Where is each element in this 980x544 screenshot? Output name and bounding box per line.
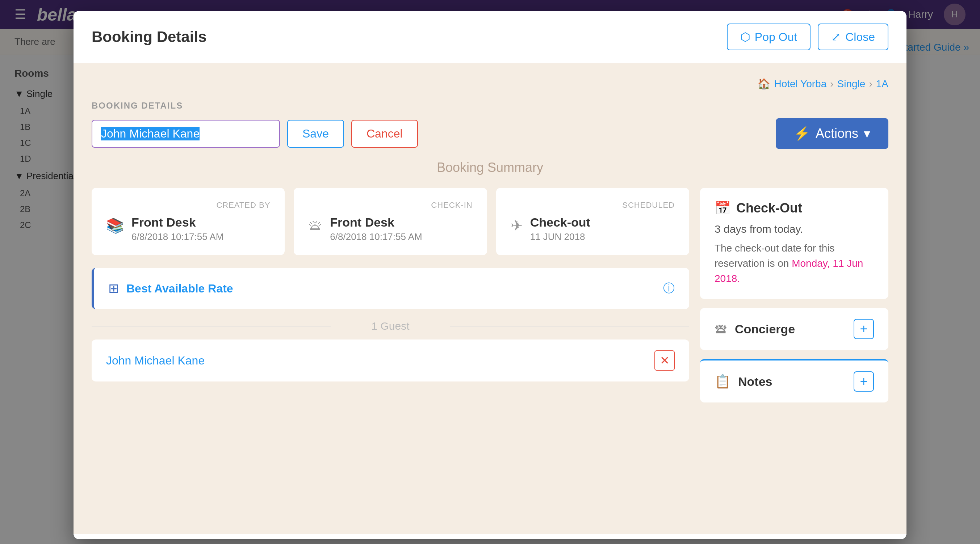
notes-icon: 📋 [714, 374, 731, 389]
modal-title: Booking Details [92, 28, 207, 46]
guest-divider: 1 Guest [92, 320, 689, 332]
checkout-card-title: 📅 Check-Out [714, 200, 874, 216]
check-in-date: 6/8/2018 10:17:55 AM [330, 231, 422, 243]
add-concierge-button[interactable]: + [854, 319, 874, 339]
pop-out-icon: ⬡ [740, 30, 750, 44]
booking-details-modal: Booking Details ⬡ Pop Out ⤢ Close 🏠 Hote… [73, 11, 907, 539]
created-by-title: Front Desk [132, 215, 223, 230]
actions-chevron-icon: ▾ [864, 126, 870, 141]
checkout-desc: The check-out date for this reservation … [714, 241, 874, 286]
notes-label: Notes [738, 374, 772, 389]
check-in-title: Front Desk [330, 215, 422, 230]
info-icon[interactable]: ⓘ [663, 281, 675, 297]
created-by-card: CREATED BY 📚 Front Desk 6/8/2018 10:17:5… [92, 188, 285, 255]
scheduled-card: SCHEDULED ✈ Check-out 11 JUN 2018 [496, 188, 689, 255]
notes-card: 📋 Notes + [700, 359, 888, 403]
modal-header-buttons: ⬡ Pop Out ⤢ Close [727, 24, 888, 50]
concierge-card: 🛎 Concierge + [700, 308, 888, 350]
rate-card[interactable]: ⊞ Best Available Rate ⓘ [92, 268, 689, 309]
check-in-icon: 🛎 [308, 217, 323, 233]
pop-out-button[interactable]: ⬡ Pop Out [727, 24, 810, 50]
flight-icon: ✈ [511, 217, 523, 234]
guest-name-input[interactable] [92, 120, 280, 147]
booking-form-row: Save Cancel ⚡ Actions ▾ [92, 118, 888, 149]
created-by-date: 6/8/2018 10:17:55 AM [132, 231, 223, 243]
remove-guest-button[interactable]: ✕ [654, 351, 675, 371]
add-notes-button[interactable]: + [854, 371, 874, 392]
close-icon: ⤢ [831, 30, 841, 44]
breadcrumb-room[interactable]: 1A [876, 78, 888, 90]
modal-header: Booking Details ⬡ Pop Out ⤢ Close [73, 11, 907, 63]
summary-cards: CREATED BY 📚 Front Desk 6/8/2018 10:17:5… [92, 188, 689, 255]
breadcrumb-home-icon: 🏠 [757, 78, 770, 90]
lightning-icon: ⚡ [794, 126, 810, 141]
created-by-icon: 📚 [106, 217, 124, 234]
check-in-card: CHECK-IN 🛎 Front Desk 6/8/2018 10:17:55 … [294, 188, 487, 255]
scheduled-title: Check-out [530, 215, 590, 230]
booking-summary-title: Booking Summary [92, 160, 888, 175]
cancel-button[interactable]: Cancel [351, 120, 418, 147]
breadcrumb-room-type[interactable]: Single [837, 78, 865, 90]
left-col: CREATED BY 📚 Front Desk 6/8/2018 10:17:5… [92, 188, 689, 403]
guest-row: John Michael Kane ✕ [92, 339, 689, 382]
right-col: 📅 Check-Out 3 days from today. The check… [700, 188, 888, 403]
calendar-icon: 📅 [714, 200, 731, 216]
actions-button[interactable]: ⚡ Actions ▾ [776, 118, 888, 149]
breadcrumb-hotel[interactable]: Hotel Yorba [774, 78, 826, 90]
concierge-label: Concierge [735, 322, 795, 336]
concierge-icon: 🛎 [714, 321, 727, 336]
guest-name-link[interactable]: John Michael Kane [106, 354, 205, 367]
main-two-col: CREATED BY 📚 Front Desk 6/8/2018 10:17:5… [92, 188, 888, 403]
check-in-label: CHECK-IN [308, 200, 472, 210]
rate-icon: ⊞ [108, 281, 119, 296]
modal-body: 🏠 Hotel Yorba › Single › 1A BOOKING DETA… [73, 63, 907, 534]
rate-name: Best Available Rate [126, 282, 233, 295]
scheduled-date: 11 JUN 2018 [530, 231, 590, 243]
checkout-card: 📅 Check-Out 3 days from today. The check… [700, 188, 888, 299]
created-by-label: CREATED BY [106, 200, 270, 210]
save-button[interactable]: Save [287, 120, 344, 147]
scheduled-label: SCHEDULED [511, 200, 675, 210]
booking-details-label: BOOKING DETAILS [92, 101, 888, 111]
close-button[interactable]: ⤢ Close [818, 24, 888, 50]
checkout-days: 3 days from today. [714, 223, 874, 235]
breadcrumb: 🏠 Hotel Yorba › Single › 1A [92, 78, 888, 90]
comment-bar: Leave A Comment [73, 534, 907, 539]
